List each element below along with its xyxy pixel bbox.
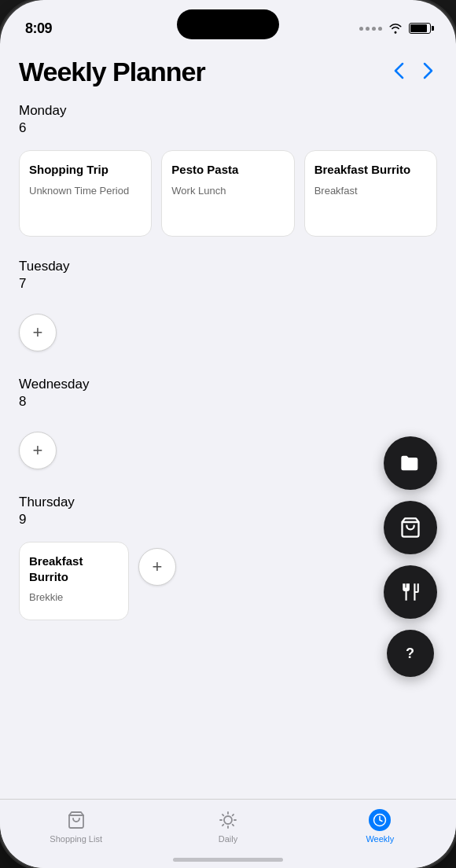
dynamic-island — [177, 9, 279, 39]
next-button[interactable] — [420, 59, 437, 86]
add-icon: + — [33, 442, 43, 459]
tuesday-label: Tuesday — [19, 259, 437, 274]
add-icon: + — [153, 558, 163, 576]
day-section-wednesday: Wednesday 8 — [0, 367, 456, 416]
page-title: Weekly Planner — [19, 57, 205, 87]
day-section-monday: Monday 6 — [0, 94, 456, 142]
signal-dots — [359, 27, 382, 31]
fab-cart-button[interactable] — [384, 501, 437, 554]
weekly-icon — [369, 809, 391, 831]
tab-weekly-label: Weekly — [366, 834, 394, 844]
wednesday-number: 8 — [19, 394, 437, 410]
event-subtitle: Work Lunch — [171, 184, 284, 198]
monday-cards: Shopping Trip Unknown Time Period Pesto … — [0, 150, 456, 237]
tuesday-add-container: + — [0, 304, 456, 361]
monday-event-0[interactable]: Shopping Trip Unknown Time Period — [19, 150, 152, 237]
home-indicator — [173, 858, 283, 862]
wednesday-add-button[interactable]: + — [19, 432, 57, 469]
tuesday-number: 7 — [19, 276, 437, 292]
shopping-list-icon — [65, 809, 87, 831]
prev-button[interactable] — [390, 59, 407, 86]
event-subtitle: Unknown Time Period — [29, 184, 142, 198]
event-subtitle: Breakfast — [314, 184, 427, 198]
svg-text:?: ? — [406, 645, 414, 661]
fab-container: ? — [384, 436, 437, 677]
event-title: Pesto Pasta — [171, 162, 284, 178]
fab-food-button[interactable] — [384, 565, 437, 619]
cart-icon — [399, 517, 421, 539]
battery-icon — [409, 23, 431, 34]
fab-question-button[interactable]: ? — [387, 630, 434, 677]
tab-daily-label: Daily — [219, 834, 237, 844]
screen: 8:09 Weekly Planner — [0, 0, 456, 868]
status-icons — [359, 23, 431, 34]
tab-shopping-list[interactable]: Shopping List — [0, 807, 152, 844]
daily-icon — [217, 809, 239, 831]
thursday-add-button[interactable]: + — [138, 548, 176, 586]
scroll-content[interactable]: Weekly Planner Monday — [0, 44, 456, 799]
event-title: Shopping Trip — [29, 162, 142, 178]
tab-weekly[interactable]: Weekly — [304, 807, 456, 844]
monday-event-2[interactable]: Breakfast Burrito Breakfast — [304, 150, 437, 237]
thursday-label: Thursday — [19, 495, 437, 510]
event-title: Breakfast Burrito — [314, 162, 427, 178]
nav-buttons — [390, 59, 437, 86]
monday-number: 6 — [19, 120, 437, 136]
monday-label: Monday — [19, 103, 437, 119]
svg-point-1 — [224, 816, 232, 824]
header: Weekly Planner — [0, 44, 456, 94]
question-icon: ? — [401, 644, 420, 663]
event-subtitle: Brekkie — [29, 590, 119, 605]
day-section-tuesday: Tuesday 7 — [0, 249, 456, 298]
thursday-event-0[interactable]: Breakfast Burrito Brekkie — [19, 542, 129, 620]
status-time: 8:09 — [25, 20, 52, 37]
wednesday-label: Wednesday — [19, 377, 437, 392]
tab-daily[interactable]: Daily — [152, 807, 303, 844]
fab-folder-button[interactable] — [384, 436, 437, 490]
thursday-number: 9 — [19, 512, 437, 528]
wifi-icon — [388, 23, 403, 34]
fork-knife-icon — [400, 582, 421, 602]
add-icon: + — [33, 324, 43, 341]
monday-event-1[interactable]: Pesto Pasta Work Lunch — [161, 150, 294, 237]
tuesday-add-button[interactable]: + — [19, 314, 57, 351]
event-title: Breakfast Burrito — [29, 554, 119, 584]
phone-frame: 8:09 Weekly Planner — [0, 0, 456, 868]
folder-icon — [399, 452, 421, 474]
tab-shopping-label: Shopping List — [50, 834, 102, 844]
